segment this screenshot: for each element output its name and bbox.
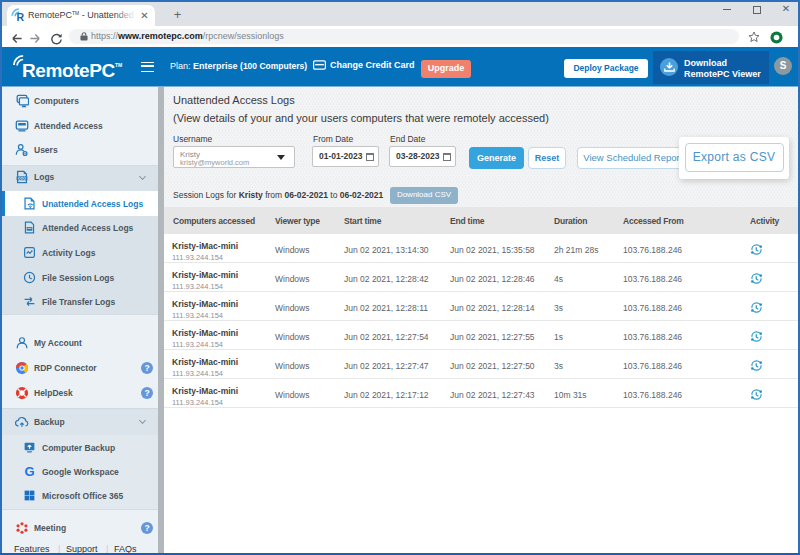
svg-text:R: R bbox=[17, 11, 25, 22]
